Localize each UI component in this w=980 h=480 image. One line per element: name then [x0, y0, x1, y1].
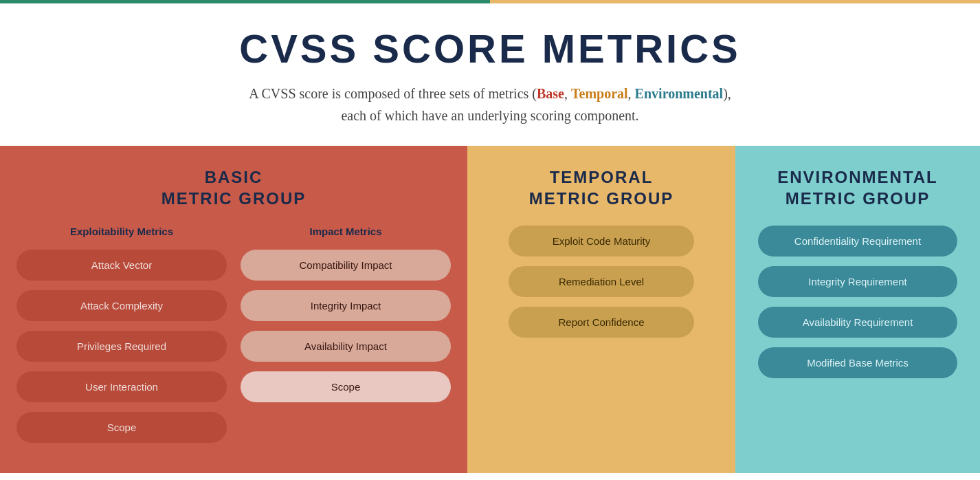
subtitle-base: Base — [537, 86, 564, 101]
environmental-group-title: ENVIRONMENTAL METRIC GROUP — [749, 166, 966, 209]
environmental-metric-group: ENVIRONMENTAL METRIC GROUP Confidentiali… — [735, 146, 980, 473]
list-item: Integrity Requirement — [758, 266, 957, 297]
subtitle-before: A CVSS score is composed of three sets o… — [249, 86, 537, 101]
subtitle-comma2: , — [628, 86, 635, 101]
subtitle-after: ), — [723, 86, 731, 101]
list-item: User Interaction — [16, 371, 227, 402]
list-item: Confidentiality Requirement — [758, 226, 957, 257]
columns-wrapper: BASIC METRIC GROUP Exploitability Metric… — [0, 146, 980, 473]
list-item: Exploit Code Maturity — [509, 226, 694, 257]
temporal-pills: Exploit Code Maturity Remediation Level … — [481, 226, 722, 347]
subtitle-environmental: Environmental — [635, 86, 724, 101]
header-section: CVSS SCORE METRICS A CVSS score is compo… — [0, 3, 980, 146]
subtitle-temporal: Temporal — [571, 86, 628, 101]
list-item: Scope — [16, 412, 227, 443]
subtitle-comma1: , — [564, 86, 571, 101]
page-title: CVSS SCORE METRICS — [14, 25, 966, 72]
basic-group-title: BASIC METRIC GROUP — [16, 166, 451, 209]
impact-col: Impact Metrics Compatibility Impact Inte… — [241, 226, 451, 452]
temporal-metric-group: TEMPORAL METRIC GROUP Exploit Code Matur… — [467, 146, 735, 473]
environmental-pills: Confidentiality Requirement Integrity Re… — [749, 226, 966, 388]
list-item: Privileges Required — [16, 331, 227, 362]
list-item: Integrity Impact — [241, 290, 451, 321]
list-item: Modified Base Metrics — [758, 347, 957, 378]
list-item: Availability Impact — [241, 331, 451, 362]
temporal-group-title: TEMPORAL METRIC GROUP — [481, 166, 722, 209]
list-item: Availability Requirement — [758, 307, 957, 338]
subtitle-line2: each of which have an underlying scoring… — [341, 108, 638, 123]
subtitle: A CVSS score is composed of three sets o… — [14, 83, 966, 127]
list-item: Remediation Level — [509, 266, 694, 297]
list-item: Attack Vector — [16, 250, 227, 281]
impact-label: Impact Metrics — [241, 226, 451, 237]
list-item: Compatibility Impact — [241, 250, 451, 281]
list-item: Report Confidence — [509, 307, 694, 338]
basic-metric-group: BASIC METRIC GROUP Exploitability Metric… — [0, 146, 467, 473]
basic-inner: Exploitability Metrics Attack Vector Att… — [16, 226, 451, 452]
exploitability-label: Exploitability Metrics — [16, 226, 227, 237]
exploitability-col: Exploitability Metrics Attack Vector Att… — [16, 226, 227, 452]
list-item: Attack Complexity — [16, 290, 227, 321]
list-item: Scope — [241, 371, 451, 402]
